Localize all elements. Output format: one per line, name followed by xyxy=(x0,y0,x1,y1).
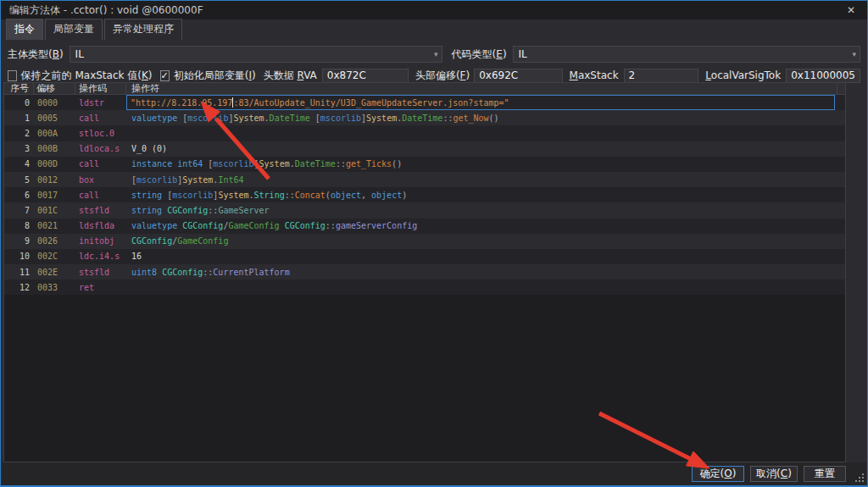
row-index: 8 xyxy=(4,219,34,234)
row-opcode[interactable]: call xyxy=(75,157,126,172)
instruction-row[interactable]: 7001Cstsfldstring CGConfig::GameServer xyxy=(4,202,845,218)
row-index: 10 xyxy=(4,249,34,264)
column-header-index[interactable]: 序号 xyxy=(4,83,34,94)
row-offset: 0017 xyxy=(34,187,75,202)
code-type-label: 代码类型(E) xyxy=(452,47,507,62)
button-bar: 确定(O) 取消(C) 重置 xyxy=(2,462,866,485)
row-opcode[interactable]: ret xyxy=(75,279,126,295)
keep-maxstack-label: 保持之前的 MaxStack 值(K) xyxy=(21,69,153,83)
row-opcode[interactable]: initobj xyxy=(75,234,126,249)
row-offset: 0000 xyxy=(34,95,75,110)
row-opcode[interactable]: stloc.0 xyxy=(75,125,126,141)
row-offset: 0026 xyxy=(34,234,75,249)
method-header-form: 主体类型(B) IL ▾ 代码类型(E) IL ▾ 保持之前的 MaxStack… xyxy=(1,40,867,82)
maxstack-field[interactable]: 2 xyxy=(624,69,699,83)
row-operand[interactable]: valuetype [mscorlib]System.DateTime [msc… xyxy=(126,110,845,125)
row-index: 1 xyxy=(4,110,34,125)
operand-editor[interactable]: "http://8.218.95.197:83/AutoUpdate_Unity… xyxy=(126,95,835,110)
row-offset: 001C xyxy=(34,202,75,218)
instruction-row[interactable]: 10002Cldc.i4.s16 xyxy=(4,249,845,264)
row-index: 3 xyxy=(4,141,34,157)
instruction-grid: 序号 偏移 操作码 操作符 00000ldstr"http://8.218.95… xyxy=(3,82,846,462)
reset-button[interactable]: 重置 xyxy=(804,466,846,482)
row-operand[interactable]: instance int64 [mscorlib]System.DateTime… xyxy=(126,157,845,172)
instruction-rows: 00000ldstr"http://8.218.95.197:83/AutoUp… xyxy=(4,95,845,295)
header-rva-field[interactable]: 0x872C xyxy=(322,69,409,83)
row-offset: 000A xyxy=(34,125,75,141)
code-type-select[interactable]: IL ▾ xyxy=(513,46,860,63)
column-header-opcode[interactable]: 操作码 xyxy=(75,83,126,94)
localvarsigtok-label: LocalVarSigTok xyxy=(705,69,781,81)
body-type-label: 主体类型(B) xyxy=(8,47,64,62)
tab-locals[interactable]: 局部变量 xyxy=(45,19,103,40)
row-opcode[interactable]: stsfld xyxy=(75,202,126,218)
row-offset: 000B xyxy=(34,141,75,157)
init-locals-checkbox[interactable]: ✓ xyxy=(160,70,170,81)
edit-method-body-dialog: 编辑方法体 - .cctor() : void @0600000F ✕ 指令 局… xyxy=(0,0,868,487)
instruction-row[interactable]: 00000ldstr"http://8.218.95.197:83/AutoUp… xyxy=(4,95,845,110)
row-offset: 0021 xyxy=(34,219,75,234)
row-operand[interactable]: string [mscorlib]System.String::Concat(o… xyxy=(126,187,845,202)
localvarsigtok-field[interactable]: 0x11000005 xyxy=(786,69,860,83)
tab-exception-handlers[interactable]: 异常处理程序 xyxy=(104,19,182,40)
instruction-row[interactable]: 80021ldsfldavaluetype CGConfig/GameConfi… xyxy=(4,219,845,234)
row-operand[interactable]: [mscorlib]System.Int64 xyxy=(126,172,845,187)
title-bar: 编辑方法体 - .cctor() : void @0600000F ✕ xyxy=(1,1,867,19)
dialog-title: 编辑方法体 - .cctor() : void @0600000F xyxy=(9,3,203,18)
row-opcode[interactable]: ldsflda xyxy=(75,219,126,234)
row-opcode[interactable]: box xyxy=(75,172,126,187)
instruction-row[interactable]: 90026initobjCGConfig/GameConfig xyxy=(4,234,845,249)
row-index: 11 xyxy=(4,264,34,279)
column-header-operand[interactable]: 操作符 xyxy=(126,83,845,94)
row-index: 4 xyxy=(4,157,34,172)
row-offset: 0005 xyxy=(34,110,75,125)
instruction-row[interactable]: 50012box[mscorlib]System.Int64 xyxy=(4,172,845,187)
header-offset-label: 头部偏移(F) xyxy=(415,69,470,83)
row-operand[interactable]: 16 xyxy=(126,249,845,264)
row-opcode[interactable]: call xyxy=(75,110,126,125)
ok-button[interactable]: 确定(O) xyxy=(692,466,744,482)
row-offset: 0012 xyxy=(34,172,75,187)
header-rva-label: 头数据 RVA xyxy=(264,69,317,83)
instruction-row[interactable]: 3000Bldloca.sV_0 (0) xyxy=(4,141,845,157)
row-operand[interactable]: "http://8.218.95.197:83/AutoUpdate_Unity… xyxy=(126,95,845,110)
row-index: 6 xyxy=(4,187,34,202)
tab-instructions[interactable]: 指令 xyxy=(6,19,43,40)
instruction-row[interactable]: 11002Estsflduint8 CGConfig::CurrentPlatf… xyxy=(4,264,845,279)
tab-strip: 指令 局部变量 异常处理程序 xyxy=(1,19,867,40)
row-offset: 000D xyxy=(34,157,75,172)
close-icon[interactable]: ✕ xyxy=(843,4,859,16)
row-index: 9 xyxy=(4,234,34,249)
row-index: 0 xyxy=(4,95,34,110)
row-opcode[interactable]: ldc.i4.s xyxy=(75,249,126,264)
maxstack-label: MaxStack xyxy=(570,69,619,81)
row-offset: 002E xyxy=(34,264,75,279)
init-locals-label: 初始化局部变量(I) xyxy=(174,69,256,83)
row-operand[interactable]: V_0 (0) xyxy=(126,141,845,157)
row-opcode[interactable]: ldstr xyxy=(75,95,126,110)
instruction-row[interactable]: 4000Dcallinstance int64 [mscorlib]System… xyxy=(4,157,845,172)
row-operand[interactable] xyxy=(126,125,845,141)
header-offset-field[interactable]: 0x692C xyxy=(474,69,562,83)
instruction-row[interactable]: 120033ret xyxy=(4,279,845,295)
grid-header: 序号 偏移 操作码 操作符 xyxy=(4,83,845,95)
chevron-down-icon: ▾ xyxy=(434,50,438,58)
row-operand[interactable]: string CGConfig::GameServer xyxy=(126,202,845,218)
instruction-row[interactable]: 60017callstring [mscorlib]System.String:… xyxy=(4,187,845,202)
row-opcode[interactable]: ldloca.s xyxy=(75,141,126,157)
row-operand[interactable] xyxy=(126,279,845,295)
body-type-select[interactable]: IL ▾ xyxy=(70,46,442,63)
row-opcode[interactable]: stsfld xyxy=(75,264,126,279)
row-index: 12 xyxy=(4,279,34,295)
row-opcode[interactable]: call xyxy=(75,187,126,202)
instruction-row[interactable]: 2000Astloc.0 xyxy=(4,125,845,141)
instruction-row[interactable]: 10005callvaluetype [mscorlib]System.Date… xyxy=(4,110,845,125)
row-operand[interactable]: uint8 CGConfig::CurrentPlatform xyxy=(126,264,845,279)
keep-maxstack-checkbox[interactable] xyxy=(8,70,17,81)
row-operand[interactable]: valuetype CGConfig/GameConfig CGConfig::… xyxy=(126,219,845,234)
row-operand[interactable]: CGConfig/GameConfig xyxy=(126,234,845,249)
resize-grip[interactable] xyxy=(855,473,865,483)
cancel-button[interactable]: 取消(C) xyxy=(750,466,798,482)
row-index: 7 xyxy=(4,202,34,218)
column-header-offset[interactable]: 偏移 xyxy=(34,83,75,94)
